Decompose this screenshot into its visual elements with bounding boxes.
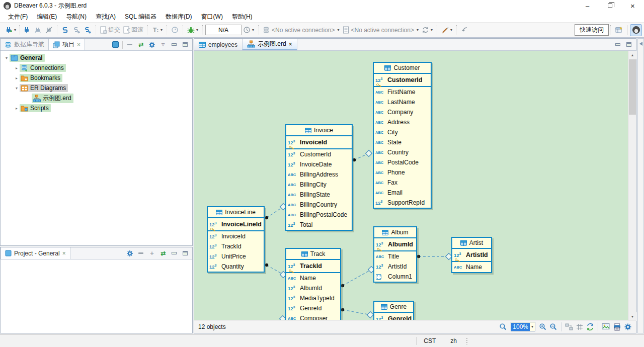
entity-column-CustomerId[interactable]: 123CustomerId (286, 149, 352, 159)
link-with-editor-button[interactable]: ⇄ (137, 41, 145, 49)
zoom-out-icon[interactable] (549, 323, 557, 331)
entity-column-ArtistId[interactable]: 123ArtistId (374, 262, 416, 272)
restore-window-button[interactable] (599, 0, 621, 11)
new-connection-button[interactable]: ▾ (3, 25, 18, 35)
menu-edit[interactable]: 编辑(E) (33, 12, 61, 22)
entity-header[interactable]: Invoice (286, 125, 352, 136)
expand-all-button[interactable]: + (148, 249, 156, 257)
tree-item-erd-file[interactable]: 示例图.erd (1, 93, 192, 103)
entity-column-Name[interactable]: ABCName (452, 262, 491, 272)
entity-column-BillingCity[interactable]: ABCBillingCity (286, 180, 352, 190)
connect-button[interactable] (21, 25, 32, 35)
collapse-all-button[interactable] (137, 249, 145, 257)
tree-item-bookmarks[interactable]: ▸ Bookmarks (1, 73, 192, 83)
entity-column-ArtistId[interactable]: 123ArtistId (452, 249, 491, 261)
transaction-log-button[interactable] (170, 25, 180, 35)
new-sql-editor-button[interactable] (82, 25, 93, 35)
entity-column-TrackId[interactable]: 123TrackId (286, 261, 340, 272)
restore-view-icon[interactable] (639, 42, 642, 46)
entity-column-BillingCountry[interactable]: ABCBillingCountry (286, 200, 352, 210)
open-perspective-button[interactable] (613, 24, 625, 36)
entity-column-InvoiceLineId[interactable]: 123InvoiceLineId (208, 219, 264, 230)
menu-file[interactable]: 文件(F) (4, 12, 32, 22)
collapse-panel-icon[interactable] (111, 41, 119, 49)
entity-header[interactable]: Track (286, 249, 340, 260)
menu-window[interactable]: 窗口(W) (197, 12, 227, 22)
close-window-button[interactable]: × (621, 0, 644, 11)
search-icon[interactable] (499, 323, 507, 331)
entity-column-InvoiceId[interactable]: 123InvoiceId (208, 231, 264, 241)
erd-entity-Track[interactable]: Track123TrackIdABCName123AlbumId123Media… (285, 248, 341, 321)
expander-closed-icon[interactable]: ▸ (14, 76, 20, 80)
entity-column-MediaTypeId[interactable]: 123MediaTypeId (286, 293, 340, 303)
panel-settings-button[interactable] (126, 249, 134, 257)
expander-closed-icon[interactable]: ▸ (14, 66, 20, 70)
panel-settings-button[interactable] (148, 41, 156, 49)
maximize-editor-button[interactable] (625, 41, 633, 49)
minimize-window-button[interactable]: – (576, 0, 599, 11)
entity-column-Quantity[interactable]: 123Quantity (208, 262, 264, 272)
collapse-all-button[interactable] (126, 41, 134, 49)
menu-database[interactable]: 数据库(D) (162, 12, 196, 22)
entity-column-AlbumId[interactable]: 123AlbumId (374, 239, 416, 250)
debug-button[interactable]: ▾ (186, 25, 200, 35)
active-schema-combo[interactable]: <No active connection> ▾ (341, 25, 420, 35)
commit-button[interactable]: 提交 (99, 25, 122, 35)
tree-item-scripts[interactable]: ▸ Scripts (1, 103, 192, 113)
entity-column-CustomerId[interactable]: 123CustomerId (374, 74, 431, 85)
disconnect-button[interactable] (43, 25, 54, 35)
minimize-panel-button[interactable] (170, 249, 178, 257)
language-field[interactable]: zh (443, 337, 464, 345)
refresh-diagram-icon[interactable] (586, 323, 594, 331)
close-icon[interactable]: × (77, 41, 80, 48)
tab-employees[interactable]: employees (194, 39, 243, 50)
maximize-panel-button[interactable] (181, 249, 189, 257)
entity-column-Column1[interactable]: Column1 (374, 272, 416, 282)
erd-entity-Artist[interactable]: Artist123ArtistIdABCName (451, 237, 492, 273)
entity-column-InvoiceDate[interactable]: 123InvoiceDate (286, 159, 352, 169)
tab-projects[interactable]: 项目 × (48, 39, 85, 50)
entity-column-InvoiceId[interactable]: 123InvoiceId (286, 137, 352, 148)
tab-erd-file[interactable]: 示例图.erd × (243, 39, 297, 50)
erd-entity-Customer[interactable]: Customer123CustomerIdABCFirstNameABCLast… (373, 62, 432, 209)
menu-sql-editor[interactable]: SQL 编辑器 (121, 12, 160, 22)
vertical-scrollbar[interactable]: ▲ ▼ (628, 51, 636, 321)
grid-toggle-icon[interactable] (576, 323, 584, 331)
reconnect-button[interactable] (32, 25, 43, 35)
relationship-InvoiceLine-Track[interactable] (267, 265, 283, 275)
transaction-mode-button[interactable]: T ▾ (150, 25, 164, 35)
navigate-back-button[interactable] (459, 25, 470, 35)
relationship-Track-Genre[interactable] (343, 310, 370, 315)
entity-column-Fax[interactable]: ABCFax (374, 178, 431, 188)
print-icon[interactable] (613, 323, 621, 331)
entity-column-UnitPrice[interactable]: 123UnitPrice (208, 251, 264, 262)
query-history-button[interactable]: ▾ (242, 25, 256, 35)
auto-layout-icon[interactable] (565, 323, 573, 331)
diagram-settings-icon[interactable] (624, 323, 632, 331)
relationship-InvoiceLine-Invoice[interactable] (267, 207, 283, 218)
expander-closed-icon[interactable]: ▸ (14, 106, 20, 111)
maximize-panel-button[interactable] (181, 41, 189, 49)
menu-navigate[interactable]: 导航(N) (62, 12, 91, 22)
entity-column-FirstName[interactable]: ABCFirstName (374, 87, 431, 97)
entity-column-BillingState[interactable]: ABCBillingState (286, 190, 352, 200)
entity-column-PostalCode[interactable]: ABCPostalCode (374, 157, 431, 167)
close-icon[interactable]: × (62, 250, 66, 257)
minimize-editor-button[interactable] (614, 41, 622, 49)
quick-access-input[interactable]: 快速访问 (575, 24, 609, 36)
entity-column-Phone[interactable]: ABCPhone (374, 167, 431, 178)
entity-column-Address[interactable]: ABCAddress (374, 117, 431, 127)
tab-database-navigator[interactable]: 数据库导航 (1, 39, 48, 50)
sql-editor-button[interactable] (60, 25, 71, 35)
entity-column-BillingPostalCode[interactable]: ABCBillingPostalCode (286, 210, 352, 220)
relationship-Track-Album[interactable] (343, 270, 371, 286)
entity-column-Company[interactable]: ABCCompany (374, 107, 431, 117)
menu-search[interactable]: 查找(A) (92, 12, 120, 22)
na-combo[interactable]: N/A (205, 25, 242, 35)
scroll-up-button[interactable]: ▲ (628, 51, 636, 59)
entity-column-Email[interactable]: ABCEmail (374, 188, 431, 198)
erd-entity-InvoiceLine[interactable]: InvoiceLine123InvoiceLineId123InvoiceId1… (207, 206, 265, 273)
entity-column-State[interactable]: ABCState (374, 137, 431, 147)
entity-column-City[interactable]: ABCCity (374, 127, 431, 137)
erd-entity-Genre[interactable]: Genre123GenreId (373, 301, 414, 321)
